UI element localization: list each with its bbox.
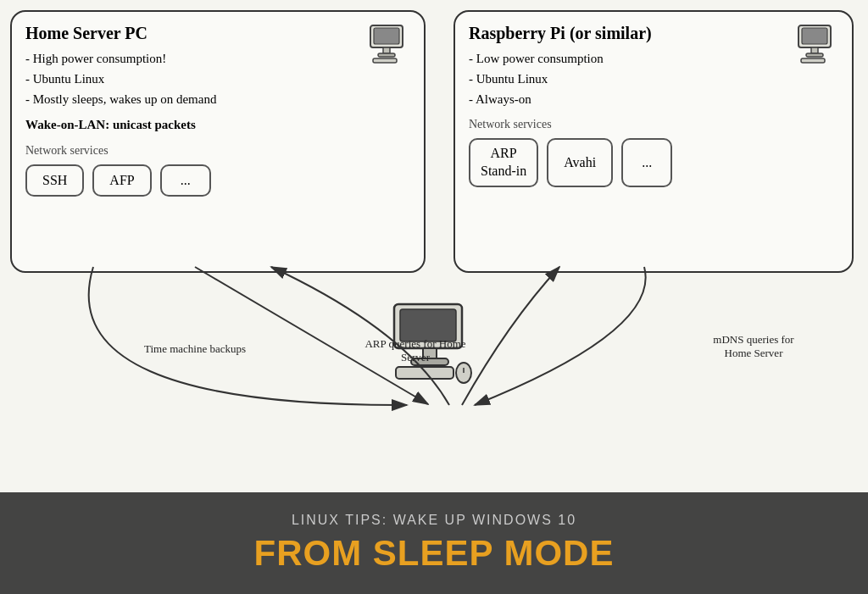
left-more-button[interactable]: ... bbox=[160, 164, 211, 197]
left-box-title: Home Server PC bbox=[25, 24, 410, 43]
svg-rect-2 bbox=[383, 47, 390, 53]
subtitle-text: Linux Tips: Wake Up Windows 10 bbox=[292, 513, 576, 528]
left-bullet-2: Ubuntu Linux bbox=[25, 69, 410, 89]
left-bullet-1: High power consumption! bbox=[25, 48, 410, 69]
title-overlay: Linux Tips: Wake Up Windows 10 FROM SLEE… bbox=[0, 492, 868, 594]
left-bullet-3: Mostly sleeps, wakes up on demand bbox=[25, 89, 410, 109]
right-computer-icon bbox=[794, 22, 838, 66]
svg-rect-3 bbox=[378, 53, 395, 57]
svg-rect-7 bbox=[811, 47, 818, 53]
arp-queries-label: ARP queries for HomeServer bbox=[356, 337, 475, 364]
left-network-services-label: Network services bbox=[25, 144, 410, 158]
left-box: Home Server PC High power consumption! U… bbox=[10, 10, 426, 273]
svg-rect-14 bbox=[396, 367, 453, 379]
right-bullet-2: Ubuntu Linux bbox=[469, 69, 838, 89]
svg-rect-8 bbox=[806, 53, 823, 57]
left-service-buttons: SSH AFP ... bbox=[25, 164, 410, 197]
right-box-bullets: Low power consumption Ubuntu Linux Alway… bbox=[469, 48, 838, 109]
afp-button[interactable]: AFP bbox=[92, 164, 151, 197]
right-box: Raspberry Pi (or similar) Low power cons… bbox=[453, 10, 854, 273]
right-service-buttons: ARPStand-in Avahi ... bbox=[469, 138, 838, 187]
ssh-button[interactable]: SSH bbox=[25, 164, 84, 197]
main-title-text: FROM SLEEP MODE bbox=[254, 533, 615, 574]
arp-standin-button[interactable]: ARPStand-in bbox=[469, 138, 538, 187]
left-computer-icon bbox=[366, 22, 410, 66]
svg-rect-4 bbox=[373, 58, 397, 63]
left-box-bullets: High power consumption! Ubuntu Linux Mos… bbox=[25, 48, 410, 109]
wol-text: Wake-on-LAN: unicast packets bbox=[25, 118, 410, 132]
svg-rect-9 bbox=[801, 58, 825, 63]
right-bullet-3: Always-on bbox=[469, 89, 838, 109]
right-bullet-1: Low power consumption bbox=[469, 48, 838, 69]
right-network-services-label: Network services bbox=[469, 118, 838, 131]
svg-rect-1 bbox=[374, 28, 399, 44]
svg-rect-6 bbox=[802, 28, 827, 44]
right-more-button[interactable]: ... bbox=[621, 138, 672, 187]
mdns-queries-label: mDNS queries forHome Server bbox=[686, 333, 821, 360]
avahi-button[interactable]: Avahi bbox=[547, 138, 613, 187]
time-machine-label: Time machine backups bbox=[131, 342, 259, 356]
right-box-title: Raspberry Pi (or similar) bbox=[469, 24, 838, 43]
